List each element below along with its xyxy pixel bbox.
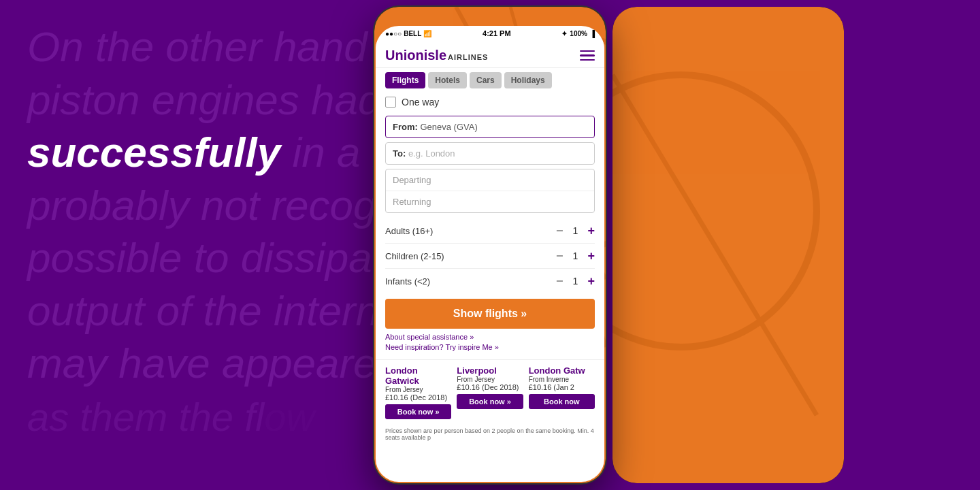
hamburger-line-3 — [580, 59, 595, 61]
logo: Unionisle AIRLINES — [385, 48, 488, 63]
form-links: About special assistance » Need inspirat… — [385, 333, 595, 351]
to-label: To: — [393, 148, 406, 159]
battery-label: 100% — [570, 30, 587, 37]
book-btn-1[interactable]: Book now » — [457, 394, 523, 409]
deal-from-0: From Jersey — [385, 386, 451, 393]
children-controls: − 1 + — [556, 250, 595, 262]
infants-plus[interactable]: + — [587, 275, 595, 287]
children-row: Children (2-15) − 1 + — [385, 244, 595, 269]
deal-card-1: Liverpool From Jersey £10.16 (Dec 2018) … — [457, 365, 523, 419]
book-btn-0[interactable]: Book now » — [385, 404, 451, 419]
infants-controls: − 1 + — [556, 275, 595, 287]
nav-tabs: Flights Hotels Cars Holidays — [376, 68, 604, 88]
carrier-label: BELL — [404, 30, 421, 37]
app-header: Unionisle AIRLINES — [376, 41, 604, 68]
logo-main: Unionisle — [385, 48, 446, 63]
from-label: From: — [393, 122, 418, 132]
adults-row: Adults (16+) − 1 + — [385, 218, 595, 244]
one-way-label: One way — [402, 97, 439, 108]
wifi-icon: 📶 — [423, 30, 431, 37]
deal-city-1: Liverpool — [457, 365, 523, 376]
phone-shell: ●●○○ BELL 📶 4:21 PM ✦ 100% ▐ Unionisle — [374, 7, 606, 483]
app-content: Unionisle AIRLINES Flights Hotels Cars H… — [376, 41, 604, 482]
from-value: Geneva (GVA) — [420, 122, 477, 132]
tab-flights[interactable]: Flights — [385, 72, 425, 88]
deal-price-2: £10.16 (Jan 2 — [529, 383, 595, 391]
children-minus[interactable]: − — [556, 250, 564, 262]
passengers-section: Adults (16+) − 1 + Children (2-15) − — [385, 218, 595, 293]
signal-dots: ●●○○ — [385, 30, 402, 37]
phone-mockup: ●●○○ BELL 📶 4:21 PM ✦ 100% ▐ Unionisle — [354, 0, 626, 490]
one-way-row: One way — [385, 94, 595, 110]
battery-icon: ▐ — [590, 30, 595, 37]
price-notice: Prices shown are per person based on 2 p… — [376, 425, 604, 444]
battery-area: ✦ 100% ▐ — [561, 30, 595, 37]
one-way-checkbox[interactable] — [385, 97, 396, 108]
date-fields: Departing Returning — [385, 169, 595, 213]
inspire-me-link[interactable]: Need inspiration? Try inspire Me » — [385, 343, 595, 351]
children-plus[interactable]: + — [587, 250, 595, 262]
adults-minus[interactable]: − — [556, 225, 564, 237]
to-field[interactable]: To: e.g. London — [385, 142, 595, 165]
deal-from-1: From Jersey — [457, 376, 523, 383]
search-form: One way From: Geneva (GVA) To: e.g. Lond… — [376, 88, 604, 359]
tab-cars[interactable]: Cars — [470, 72, 502, 88]
phone-right — [612, 7, 844, 483]
signal-area: ●●○○ BELL 📶 — [385, 30, 431, 37]
adults-controls: − 1 + — [556, 225, 595, 237]
hamburger-line-2 — [580, 54, 595, 56]
deal-from-2: From Inverne — [529, 376, 595, 383]
hamburger-menu[interactable] — [580, 50, 595, 61]
adults-plus[interactable]: + — [587, 225, 595, 237]
hamburger-line-1 — [580, 50, 595, 52]
from-field[interactable]: From: Geneva (GVA) — [385, 116, 595, 138]
deal-card-0: London Gatwick From Jersey £10.16 (Dec 2… — [385, 365, 451, 419]
infants-label: Infants (<2) — [385, 276, 430, 287]
children-count: 1 — [570, 250, 581, 261]
bluetooth-icon: ✦ — [561, 30, 567, 37]
logo-sub: AIRLINES — [448, 53, 488, 61]
deal-city-2: London Gatw — [529, 365, 595, 376]
deal-city-0: London Gatwick — [385, 365, 451, 386]
phone-screen: ●●○○ BELL 📶 4:21 PM ✦ 100% ▐ Unionisle — [376, 26, 604, 482]
deal-cards: London Gatwick From Jersey £10.16 (Dec 2… — [376, 359, 604, 425]
svg-point-3 — [612, 75, 817, 347]
time-display: 4:21 PM — [483, 29, 511, 37]
deal-price-1: £10.16 (Dec 2018) — [457, 383, 523, 391]
deal-card-2: London Gatw From Inverne £10.16 (Jan 2 B… — [529, 365, 595, 419]
adults-label: Adults (16+) — [385, 226, 433, 236]
departing-field[interactable]: Departing — [386, 169, 594, 191]
adults-count: 1 — [570, 225, 581, 236]
returning-field[interactable]: Returning — [386, 191, 594, 212]
infants-count: 1 — [570, 276, 581, 287]
deal-price-0: £10.16 (Dec 2018) — [385, 393, 451, 402]
children-label: Children (2-15) — [385, 251, 444, 261]
tab-holidays[interactable]: Holidays — [504, 72, 552, 88]
phone-right-inner — [612, 7, 844, 483]
to-placeholder: e.g. London — [408, 148, 455, 159]
tab-hotels[interactable]: Hotels — [428, 72, 467, 88]
status-bar: ●●○○ BELL 📶 4:21 PM ✦ 100% ▐ — [376, 26, 604, 41]
infants-minus[interactable]: − — [556, 275, 564, 287]
infants-row: Infants (<2) − 1 + — [385, 269, 595, 293]
show-flights-button[interactable]: Show flights » — [385, 299, 595, 329]
special-assistance-link[interactable]: About special assistance » — [385, 333, 595, 341]
book-btn-2[interactable]: Book now — [529, 394, 595, 409]
